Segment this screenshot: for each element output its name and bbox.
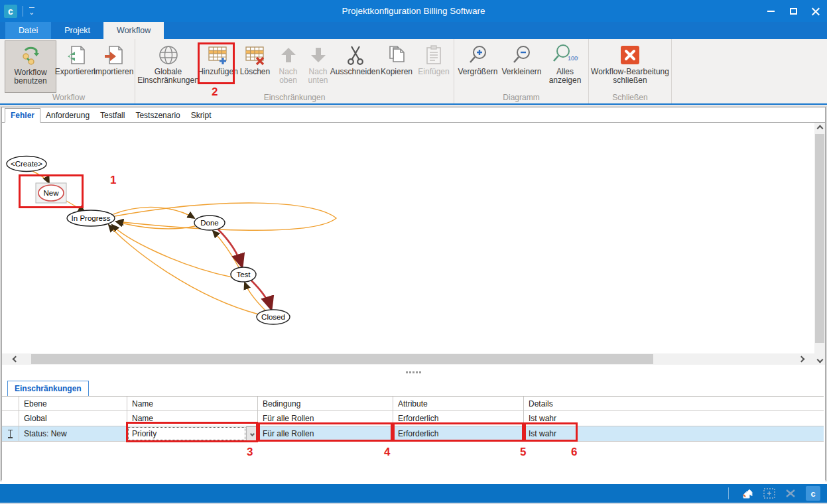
zoom-100-icon: 100%	[552, 42, 578, 68]
column-header-name[interactable]: Name	[127, 397, 258, 410]
window-title: Projektkonfiguration Billing Software	[0, 6, 827, 16]
horizontal-scrollbar[interactable]	[2, 353, 814, 365]
scroll-right-arrow[interactable]	[788, 353, 814, 365]
column-header-attribute[interactable]: Attribute	[393, 397, 524, 410]
maximize-button[interactable]	[782, 0, 804, 22]
tab-anforderung[interactable]: Anforderung	[40, 109, 95, 122]
button-label: Globale Einschränkungen	[137, 68, 199, 85]
hinzufuegen-button[interactable]: Hinzufügen	[199, 40, 237, 93]
edit-cursor-icon	[8, 430, 13, 438]
copy-icon	[386, 42, 407, 68]
tab-testszenario[interactable]: Testszenario	[130, 109, 185, 122]
button-label: Importieren	[94, 68, 134, 76]
quick-access-dropdown-icon[interactable]: ⌄	[29, 7, 34, 15]
ribbon-group-label: Schließen	[589, 93, 671, 102]
button-label: Einfügen	[418, 68, 449, 76]
table-grid-icon[interactable]	[763, 487, 775, 499]
cell-details[interactable]: Ist wahr	[524, 411, 824, 426]
button-label: Verkleinern	[501, 68, 541, 76]
button-label: Nach unten	[303, 68, 333, 85]
kopieren-button[interactable]: Kopieren	[377, 40, 416, 93]
import-icon	[103, 42, 124, 68]
panel-splitter[interactable]	[2, 365, 825, 379]
svg-text:<Create>: <Create>	[11, 160, 42, 168]
node-new[interactable]: New	[38, 185, 64, 201]
node-done[interactable]: Done	[194, 216, 225, 230]
scroll-left-arrow[interactable]	[2, 353, 29, 365]
minimize-button[interactable]	[759, 0, 782, 22]
table-row-status-new[interactable]: Status: New Priority Für alle Rollen Erf…	[2, 426, 824, 442]
node-create[interactable]: <Create>	[7, 157, 46, 172]
scissors-icon	[346, 42, 365, 68]
tab-einschraenkungen[interactable]: Einschränkungen	[7, 381, 89, 396]
tab-projekt[interactable]: Projekt	[51, 22, 103, 39]
annotation-number-1: 1	[110, 174, 116, 187]
globe-icon	[158, 42, 179, 68]
tab-skript[interactable]: Skript	[186, 109, 217, 122]
vergroessern-button[interactable]: Vergrößern	[456, 40, 499, 93]
cell-bedingung[interactable]: Für alle Rollen	[258, 426, 393, 441]
cell-details[interactable]: Ist wahr	[524, 426, 824, 441]
node-closed[interactable]: Closed	[257, 310, 290, 324]
cell-bedingung[interactable]: Für alle Rollen	[258, 411, 393, 426]
workflow-bearbeitung-schliessen-button[interactable]: Workflow-Bearbeitung schließen	[591, 40, 669, 93]
cell-ebene[interactable]: Global	[19, 411, 127, 426]
verkleinern-button[interactable]: Verkleinern	[499, 40, 544, 93]
cell-attribute[interactable]: Erforderlich	[393, 411, 524, 426]
button-label: Kopieren	[381, 68, 413, 76]
alles-anzeigen-button[interactable]: 100% Alles anzeigen	[544, 40, 586, 93]
statusbar-app-logo-icon[interactable]: c	[806, 486, 820, 501]
cell-name[interactable]: Name	[127, 411, 258, 426]
button-label: Hinzufügen	[198, 68, 238, 76]
name-combobox[interactable]: Priority	[127, 426, 258, 441]
column-header-bedingung[interactable]: Bedingung	[258, 397, 393, 410]
workflow-diagram-canvas[interactable]: <Create> New In Progress Done Test	[2, 123, 825, 353]
cell-attribute[interactable]: Erforderlich	[393, 426, 524, 441]
button-label: Alles anzeigen	[544, 68, 586, 85]
node-in-progress[interactable]: In Progress	[67, 210, 115, 226]
exportieren-button[interactable]: Exportieren	[56, 40, 94, 93]
close-button[interactable]	[804, 0, 827, 22]
svg-text:New: New	[43, 189, 59, 197]
button-label: Nach oben	[273, 68, 303, 85]
loeschen-button[interactable]: Löschen	[237, 40, 273, 93]
workflow-benutzen-button[interactable]: Workflow benutzen	[5, 40, 56, 93]
tab-workflow[interactable]: Workflow	[103, 22, 164, 39]
column-header-ebene[interactable]: Ebene	[19, 397, 127, 410]
entity-tab-bar: Fehler Anforderung Testfall Testszenario…	[2, 107, 825, 123]
annotation-number-6: 6	[571, 446, 577, 459]
scroll-down-arrow[interactable]	[814, 354, 825, 365]
tab-testfall[interactable]: Testfall	[95, 109, 130, 122]
combobox-dropdown-button[interactable]	[246, 426, 258, 441]
node-test[interactable]: Test	[231, 267, 256, 282]
globale-einschraenkungen-button[interactable]: Globale Einschränkungen	[137, 40, 199, 93]
workflow-diagram-svg: <Create> New In Progress Done Test	[2, 123, 804, 353]
table-row-global[interactable]: Global Name Für alle Rollen Erforderlich…	[2, 411, 824, 426]
tab-datei[interactable]: Datei	[5, 22, 51, 39]
close-x-icon[interactable]	[785, 487, 796, 499]
button-label: Löschen	[240, 68, 270, 76]
statusbar-divider	[728, 487, 729, 499]
ausschneiden-button[interactable]: Ausschneiden	[333, 40, 377, 93]
app-logo-icon: c	[4, 5, 17, 18]
ribbon-group-einschraenkungen: Globale Einschränkungen Hinzufügen	[135, 39, 454, 103]
einfuegen-button: Einfügen	[416, 40, 452, 93]
constraints-table: Ebene Name Bedingung Attribute Details G…	[2, 396, 824, 442]
importieren-button[interactable]: Importieren	[94, 40, 133, 93]
horizontal-scroll-thumb[interactable]	[31, 354, 653, 364]
svg-text:Done: Done	[200, 219, 219, 227]
table-header-row: Ebene Name Bedingung Attribute Details	[2, 397, 824, 411]
cell-ebene[interactable]: Status: New	[19, 426, 127, 441]
ribbon: Workflow benutzen Exportieren Importie	[0, 39, 827, 105]
row-selector-edit[interactable]	[2, 426, 19, 441]
vertical-scroll-thumb[interactable]	[815, 134, 824, 343]
copy-pages-icon[interactable]	[741, 487, 754, 500]
zoom-in-icon	[468, 42, 489, 68]
annotation-number-3: 3	[247, 446, 253, 459]
vertical-scrollbar[interactable]	[814, 123, 825, 365]
row-selector[interactable]	[2, 411, 19, 426]
combobox-value[interactable]: Priority	[128, 427, 245, 440]
scroll-up-arrow[interactable]	[814, 123, 825, 133]
column-header-details[interactable]: Details	[524, 397, 824, 410]
tab-fehler[interactable]: Fehler	[5, 108, 40, 123]
